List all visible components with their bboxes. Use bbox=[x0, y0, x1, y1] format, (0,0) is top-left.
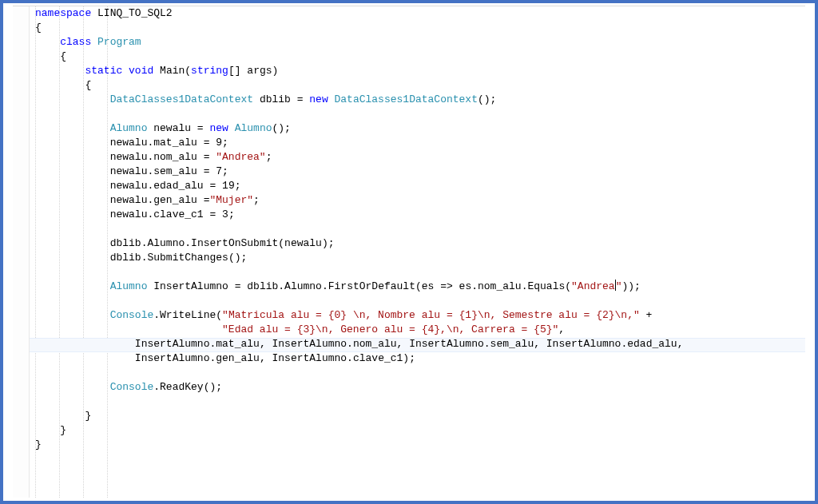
kw-namespace: namespace bbox=[35, 7, 91, 19]
arg-gen-alu: gen_alu bbox=[216, 352, 260, 364]
kw-string: string bbox=[191, 65, 228, 77]
ref-dblib-2: dblib bbox=[110, 252, 141, 264]
call-equals: Equals bbox=[527, 280, 565, 292]
call-submitchanges: SubmitChanges bbox=[147, 252, 228, 264]
val-mat-alu: 9 bbox=[216, 137, 222, 149]
fmt-str-2: "Edad alu = {3}\n, Genero alu = {4},\n, … bbox=[222, 323, 558, 335]
ref-dblib-3: dblib bbox=[247, 280, 278, 292]
member-gen-alu: gen_alu bbox=[153, 194, 197, 206]
ref-newalu-6: newalu bbox=[110, 208, 148, 220]
ref-alumno-table-2: Alumno bbox=[284, 280, 322, 292]
lambda-param: es bbox=[422, 280, 435, 292]
member-mat-alu: mat_alu bbox=[153, 137, 197, 149]
str-andrea-close: " bbox=[616, 280, 622, 292]
arg-edad-alu: edad_alu bbox=[627, 338, 677, 350]
ref-dblib-1: dblib bbox=[110, 237, 141, 249]
method-main: Main bbox=[160, 65, 185, 77]
ref-alumno-table-1: Alumno bbox=[147, 237, 185, 249]
arg-ia-6: InsertAlumno bbox=[272, 352, 347, 364]
call-readkey: ReadKey bbox=[160, 381, 204, 393]
arg-ia-1: InsertAlumno bbox=[135, 338, 210, 350]
kw-new-2: new bbox=[209, 122, 228, 134]
val-sem-alu: 7 bbox=[216, 165, 222, 177]
member-sem-alu: sem_alu bbox=[153, 165, 197, 177]
call-firstordefault: FirstOrDefault bbox=[328, 280, 415, 292]
ref-newalu-2: newalu bbox=[110, 151, 148, 163]
val-gen-alu: "Mujer" bbox=[209, 194, 253, 206]
arg-sem-alu: sem_alu bbox=[490, 338, 534, 350]
namespace-name: LINQ_TO_SQL2 bbox=[97, 7, 173, 19]
type-alumno-2: Alumno bbox=[235, 122, 272, 134]
arg-clave-c1: clave_c1 bbox=[353, 352, 403, 364]
lambda-nom-alu: nom_alu bbox=[478, 280, 522, 292]
kw-void: void bbox=[129, 65, 153, 77]
member-nom-alu: nom_alu bbox=[153, 151, 197, 163]
ref-newalu-3: newalu bbox=[110, 165, 148, 177]
member-clave-c1: clave_c1 bbox=[153, 208, 203, 220]
code-editor[interactable]: namespace LINQ_TO_SQL2 { class Program {… bbox=[13, 6, 805, 498]
type-program: Program bbox=[97, 36, 141, 48]
param-args: args bbox=[247, 65, 272, 77]
arg-ia-5: InsertAlumno bbox=[135, 352, 210, 364]
var-dblib: dblib bbox=[260, 93, 291, 105]
arg-ia-3: InsertAlumno bbox=[409, 338, 484, 350]
arg-mat-alu: mat_alu bbox=[216, 338, 260, 350]
arg-nom-alu: nom_alu bbox=[353, 338, 397, 350]
arg-ia-2: InsertAlumno bbox=[272, 338, 347, 350]
type-datacontext-1: DataClasses1DataContext bbox=[110, 93, 253, 105]
fmt-str-1: "Matricula alu = {0} \n, Nombre alu = {1… bbox=[222, 309, 640, 321]
arg-ia-4: InsertAlumno bbox=[546, 338, 621, 350]
kw-static: static bbox=[85, 65, 122, 77]
val-nom-alu: "Andrea" bbox=[216, 151, 265, 163]
kw-class: class bbox=[60, 36, 91, 48]
str-andrea-open: "Andrea bbox=[571, 280, 615, 292]
ref-newalu-4: newalu bbox=[110, 180, 148, 192]
arg-newalu: newalu bbox=[284, 237, 322, 249]
type-alumno-1: Alumno bbox=[110, 122, 148, 134]
call-writeline: WriteLine bbox=[160, 309, 216, 321]
ref-newalu-1: newalu bbox=[110, 137, 148, 149]
type-datacontext-2: DataClasses1DataContext bbox=[335, 93, 478, 105]
var-insertalumno: InsertAlumno bbox=[153, 280, 228, 292]
kw-new-1: new bbox=[309, 93, 328, 105]
var-newalu: newalu bbox=[153, 122, 191, 134]
call-insertonsubmit: InsertOnSubmit bbox=[191, 237, 278, 249]
type-console-2: Console bbox=[110, 381, 154, 393]
lambda-es: es bbox=[459, 280, 472, 292]
val-edad-alu: 19 bbox=[222, 180, 235, 192]
member-edad-alu: edad_alu bbox=[153, 180, 203, 192]
type-alumno-3: Alumno bbox=[110, 280, 148, 292]
ref-newalu-5: newalu bbox=[110, 194, 148, 206]
window-frame: namespace LINQ_TO_SQL2 { class Program {… bbox=[0, 0, 818, 504]
code-content[interactable]: namespace LINQ_TO_SQL2 { class Program {… bbox=[13, 6, 805, 452]
val-clave-c1: 3 bbox=[222, 208, 228, 220]
type-console-1: Console bbox=[110, 309, 154, 321]
